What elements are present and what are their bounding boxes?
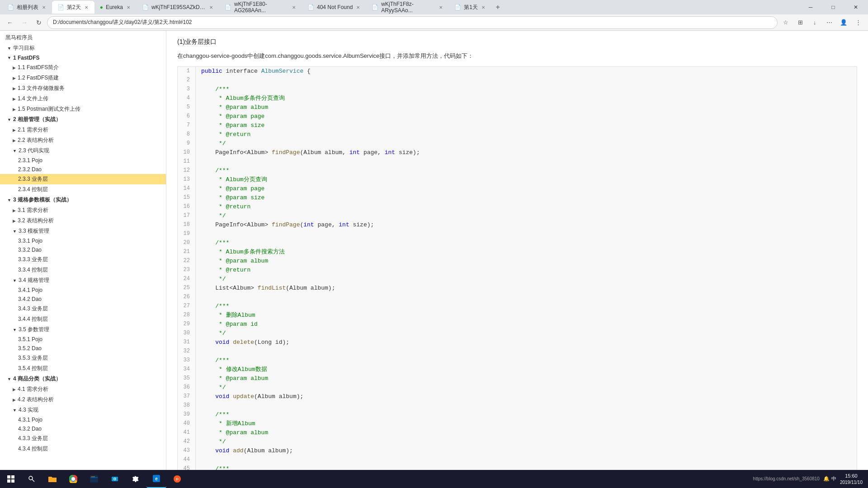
- settings-icon[interactable]: ⋯: [823, 16, 835, 29]
- sidebar-item-2-3-3[interactable]: 2.3.3 业务层: [0, 174, 166, 184]
- close-button[interactable]: ✕: [845, 0, 866, 14]
- tab-album-list[interactable]: 📄 相册列表 ✕: [2, 1, 52, 14]
- code-line: 38: [178, 401, 857, 410]
- sidebar-item-objectives[interactable]: ▼ 学习目标: [0, 43, 166, 53]
- new-tab-button[interactable]: +: [491, 1, 504, 14]
- sidebar-item-2-3[interactable]: ▼ 2.3 代码实现: [0, 145, 166, 156]
- sidebar-item-product-cat[interactable]: ▼ 4 商品分类（实战）: [0, 374, 166, 384]
- taskbar-photo[interactable]: [105, 470, 125, 488]
- code-line: 12 /***: [178, 166, 857, 175]
- tab-wk1[interactable]: 📄 wKjThF1E95SAZkDVAAn... ✕: [137, 1, 219, 14]
- tab-day2[interactable]: 📄 第2天 ✕: [52, 1, 94, 14]
- sidebar-item-4-3-3[interactable]: 4.3.3 业务层: [0, 433, 166, 444]
- sidebar-item-3-5-2[interactable]: 3.5.2 Dao: [0, 344, 166, 353]
- sidebar-item-4-2[interactable]: ▶ 4.2 表结构分析: [0, 394, 166, 405]
- tab-eureka[interactable]: ● Eureka ✕: [94, 1, 137, 14]
- tab-close-btn[interactable]: ✕: [208, 4, 214, 11]
- sidebar-item-2-1[interactable]: ▶ 2.1 需求分析: [0, 125, 166, 135]
- maximize-button[interactable]: □: [823, 0, 844, 14]
- hub-icon[interactable]: ↓: [808, 16, 821, 29]
- sidebar-item-3-2[interactable]: ▶ 3.2 表结构分析: [0, 216, 166, 226]
- taskbar-browser-active[interactable]: e: [146, 470, 166, 488]
- taskbar-explorer[interactable]: [84, 470, 104, 488]
- code-line: 7 * @param size: [178, 121, 857, 130]
- sidebar-item-label: 3.4.2 Dao: [18, 296, 42, 302]
- tab-close-btn[interactable]: ✕: [41, 4, 47, 11]
- tab-close-btn[interactable]: ✕: [291, 4, 297, 11]
- sidebar-item-album-mgmt[interactable]: ▼ 2 相册管理（实战）: [0, 114, 166, 125]
- sidebar-item-spec-template[interactable]: ▼ 3 规格参数模板（实战）: [0, 195, 166, 205]
- taskbar-files[interactable]: [42, 470, 62, 488]
- tab-day1[interactable]: 📄 第1天 ✕: [449, 1, 491, 14]
- minimize-button[interactable]: ─: [800, 0, 821, 14]
- sidebar-item-3-3[interactable]: ▼ 3.3 模板管理: [0, 226, 166, 236]
- tab-close-btn[interactable]: ✕: [84, 4, 89, 11]
- sidebar-item-blackhorse[interactable]: 黑马程序员: [0, 33, 166, 43]
- sidebar-item-1-2[interactable]: ▶ 1.2 FastDFS搭建: [0, 73, 166, 83]
- triangle-icon: ▼: [13, 229, 17, 234]
- sidebar-item-2-3-1[interactable]: 2.3.1 Pojo: [0, 156, 166, 165]
- profile-icon[interactable]: 👤: [837, 16, 850, 29]
- sidebar-item-label: 3.3.2 Dao: [18, 247, 42, 253]
- sidebar-item-2-2[interactable]: ▶ 2.2 表结构分析: [0, 135, 166, 145]
- refresh-button[interactable]: ↻: [33, 16, 45, 29]
- taskbar-settings[interactable]: [126, 470, 146, 488]
- forward-button[interactable]: →: [18, 16, 31, 29]
- taskbar-chrome[interactable]: [63, 470, 83, 488]
- code-line: 18 PageInfo<Album> findPage(int page, in…: [178, 221, 857, 230]
- start-button[interactable]: [2, 470, 20, 488]
- sidebar-item-3-4-2[interactable]: 3.4.2 Dao: [0, 295, 166, 304]
- sidebar-item-4-3-4[interactable]: 4.3.4 控制层: [0, 444, 166, 454]
- sidebar-item-3-4-4[interactable]: 3.4.4 控制层: [0, 314, 166, 324]
- sidebar-item-1-3[interactable]: ▶ 1.3 文件存储微服务: [0, 83, 166, 94]
- tab-label: 第2天: [67, 4, 81, 11]
- back-button[interactable]: ←: [4, 16, 16, 29]
- taskbar-notification-icon[interactable]: 🔔: [823, 476, 830, 482]
- sidebar-item-3-3-2[interactable]: 3.3.2 Dao: [0, 245, 166, 254]
- sidebar-item-3-4-1[interactable]: 3.4.1 Pojo: [0, 286, 166, 295]
- sidebar-item-2-3-2[interactable]: 2.3.2 Dao: [0, 165, 166, 174]
- sidebar-item-3-3-4[interactable]: 3.3.4 控制层: [0, 265, 166, 275]
- sidebar-item-1-5[interactable]: ▶ 1.5 Postman测试文件上传: [0, 104, 166, 114]
- sidebar-item-label: 4.3.2 Dao: [18, 426, 42, 432]
- tab-close-btn[interactable]: ✕: [126, 4, 131, 11]
- tab-close-btn[interactable]: ✕: [481, 4, 486, 11]
- triangle-icon: ▼: [7, 198, 11, 202]
- sidebar-item-3-5-3[interactable]: 3.5.3 业务层: [0, 353, 166, 363]
- more-icon[interactable]: ⋮: [852, 16, 864, 29]
- sidebar-item-fastdfs[interactable]: ▼ 1 FastDFS: [0, 53, 166, 62]
- sidebar-item-4-1[interactable]: ▶ 4.1 需求分析: [0, 384, 166, 394]
- sidebar-item-3-5-4[interactable]: 3.5.4 控制层: [0, 363, 166, 374]
- sidebar-item-3-4-3[interactable]: 3.4.3 业务层: [0, 304, 166, 314]
- sidebar-item-4-3[interactable]: ▼ 4.3 实现: [0, 405, 166, 415]
- code-line: 14 * @param page: [178, 184, 857, 193]
- titlebar: 📄 相册列表 ✕ 📄 第2天 ✕ ● Eureka ✕ 📄 wKjThF1E95…: [0, 0, 868, 14]
- sidebar-item-3-3-3[interactable]: 3.3.3 业务层: [0, 254, 166, 265]
- sidebar-item-2-3-4[interactable]: 2.3.4 控制层: [0, 184, 166, 195]
- sidebar-item-3-5[interactable]: ▼ 3.5 参数管理: [0, 324, 166, 335]
- bookmark-star-icon[interactable]: ☆: [779, 16, 792, 29]
- code-line: 26: [178, 293, 857, 302]
- taskbar-clock[interactable]: 15:60 2019/11/10: [840, 473, 863, 485]
- tab-wk2[interactable]: 📄 wKjThF1E80-AG268AAn... ✕: [219, 1, 302, 14]
- sidebar-item-3-1[interactable]: ▶ 3.1 需求分析: [0, 205, 166, 216]
- sidebar-item-1-1[interactable]: ▶ 1.1 FastDFS简介: [0, 62, 166, 73]
- tab-icon: 📄: [142, 4, 149, 10]
- tab-close-btn[interactable]: ✕: [355, 4, 361, 11]
- taskbar-language[interactable]: 中: [831, 475, 836, 482]
- taskbar-search[interactable]: [22, 470, 42, 488]
- sidebar-item-1-4[interactable]: ▶ 1.4 文件上传: [0, 94, 166, 104]
- sidebar-item-label: 1 FastDFS: [13, 55, 40, 61]
- sidebar-item-3-5-1[interactable]: 3.5.1 Pojo: [0, 335, 166, 344]
- collections-icon[interactable]: ⊞: [794, 16, 807, 29]
- sidebar-item-4-3-1[interactable]: 4.3.1 Pojo: [0, 415, 166, 424]
- sidebar-item-3-3-1[interactable]: 3.3.1 Pojo: [0, 236, 166, 245]
- triangle-icon: ▼: [7, 56, 11, 60]
- sidebar-item-3-4[interactable]: ▼ 3.4 规格管理: [0, 275, 166, 286]
- address-bar[interactable]: [47, 16, 778, 29]
- tab-close-btn[interactable]: ✕: [438, 4, 443, 11]
- sidebar-item-4-3-2[interactable]: 4.3.2 Dao: [0, 424, 166, 433]
- taskbar-app8[interactable]: P: [167, 470, 187, 488]
- tab-wk3[interactable]: 📄 wKjThF1F8z-ARyySAAo... ✕: [366, 1, 449, 14]
- tab-404[interactable]: 📄 404 Not Found ✕: [302, 1, 366, 14]
